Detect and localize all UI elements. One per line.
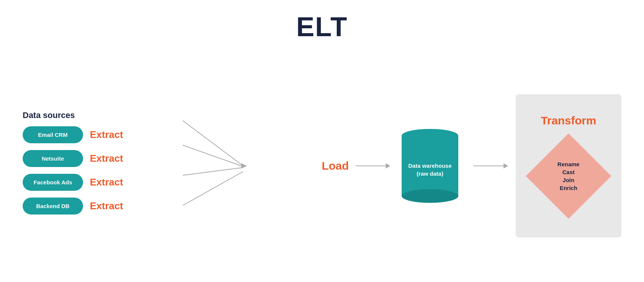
diamond-content: Rename Cast Join Enrich — [558, 161, 579, 191]
op-cast: Cast — [558, 169, 579, 175]
arrow-line — [473, 166, 504, 166]
source-row-0: Email CRM Extract — [23, 126, 123, 143]
op-enrich: Enrich — [558, 185, 579, 191]
extract-label-1: Extract — [90, 153, 123, 164]
warehouse-label: Data warehouse (raw data) — [405, 162, 454, 178]
data-sources-heading: Data sources — [23, 110, 123, 120]
source-pill-facebook-ads: Facebook Ads — [23, 174, 83, 191]
transform-title: Transform — [541, 114, 596, 127]
svg-line-1 — [183, 145, 241, 166]
source-row-1: Netsuite Extract — [23, 150, 123, 167]
svg-line-2 — [183, 168, 241, 175]
diagram-container: Data sources Email CRM Extract Netsuite … — [0, 50, 644, 282]
transform-section: Transform Rename Cast Join Enrich — [516, 94, 621, 238]
warehouse-section: Data warehouse (raw data) — [402, 129, 458, 203]
page-title: ELT — [296, 11, 348, 42]
cylinder-bottom — [402, 189, 458, 203]
diamond-container: Rename Cast Join Enrich — [527, 135, 610, 218]
source-row-2: Facebook Ads Extract — [23, 174, 123, 191]
source-pill-backend-db: Backend DB — [23, 198, 83, 215]
extract-label-2: Extract — [90, 176, 123, 188]
extract-label-3: Extract — [90, 200, 123, 212]
svg-line-0 — [183, 121, 243, 166]
converging-arrows — [123, 106, 318, 226]
data-sources-section: Data sources Email CRM Extract Netsuite … — [23, 110, 123, 221]
load-label: Load — [322, 159, 349, 172]
source-pill-netsuite: Netsuite — [23, 150, 83, 167]
op-rename: Rename — [558, 161, 579, 167]
cylinder: Data warehouse (raw data) — [402, 129, 458, 203]
extract-label-0: Extract — [90, 129, 123, 141]
arrowhead — [504, 163, 508, 169]
op-join: Join — [558, 177, 579, 183]
load-to-warehouse-arrowhead — [386, 163, 390, 169]
warehouse-to-transform-arrow — [473, 163, 508, 169]
load-to-warehouse-arrow-line — [356, 166, 386, 166]
source-pill-email-crm: Email CRM — [23, 126, 83, 143]
cylinder-body: Data warehouse (raw data) — [402, 136, 458, 196]
cylinder-top — [402, 129, 458, 143]
source-row-3: Backend DB Extract — [23, 198, 123, 215]
svg-line-3 — [183, 172, 243, 205]
svg-marker-4 — [241, 163, 247, 169]
